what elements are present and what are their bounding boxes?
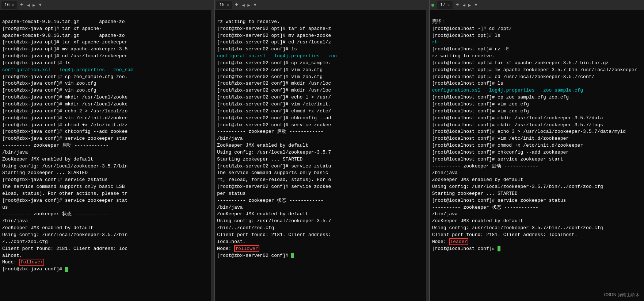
line-2-31: /bin/../conf/zoo.cfg: [217, 225, 274, 231]
tab-dropdown-1[interactable]: ▼: [38, 3, 43, 8]
line-1-5: [root@zbx-java opt]# mv apache-zookeeper…: [2, 46, 127, 52]
line-3-9: [root@localhost opt]# cd /usr/local/zook…: [432, 74, 595, 80]
line-1-14: [root@zbx-java conf]# echo 2 > /usr/loca…: [2, 108, 127, 114]
tab-15[interactable]: 15 ✕: [216, 1, 232, 9]
line-3-29: /bin/java: [432, 211, 458, 217]
cursor-1: [65, 267, 68, 272]
line-2-15: [root@zbx-server02 conf]# chkconfig --ad: [217, 115, 331, 121]
line-2-27: ---------- zookeeper 状态 ------------: [217, 198, 323, 203]
line-1-37: [root@zbx-java conf]#: [2, 266, 68, 272]
line-3-30: ZooKeeper JMX enabled by default: [432, 218, 523, 224]
line-3-25: Using config: /usr/local/zookeeper-3.5.7…: [432, 184, 603, 189]
line-2-12: [root@zbx-server02 conf]# echo 1 > /usr/: [217, 94, 331, 100]
line-2-18: /bin/java: [217, 136, 243, 141]
line-1-27: [root@zbx-java conf]# service zookeeper …: [2, 198, 127, 203]
line-2-11: [root@zbx-server02 conf]# mkdir /usr/loc: [217, 88, 331, 93]
line-3-17: [root@localhost conf]# echo 3 > /usr/loc…: [432, 129, 626, 134]
line-3-5: [root@localhost opt]# rz -E: [432, 46, 509, 52]
line-3-22: ---------- zookeeper 启动 ------------: [432, 163, 538, 169]
line-2-21: Starting zookeeper ... STARTED: [217, 157, 302, 162]
cursor-3: [498, 246, 500, 251]
line-1-3: apache-tomcat-9.0.16.tar.gz apache-zo: [2, 33, 125, 38]
line-2-35: [root@zbx-server02 conf]#: [217, 253, 294, 258]
tab-nav-left-2[interactable]: ◀: [241, 3, 245, 8]
line-2-4: [root@zbx-server02 opt]# cd /usr/local/z: [217, 39, 331, 45]
line-3-19: [root@localhost conf]# chmod +x /etc/ini…: [432, 143, 583, 148]
line-3-16: [root@localhost conf]# mkdir /usr/local/…: [432, 122, 603, 128]
panel-1-scroll-area: apache-tomcat-9.0.16.tar.gz apache-zo [r…: [0, 10, 214, 301]
line-1-23: Starting zookeeper ... STARTED: [2, 170, 88, 175]
line-3-15: [root@localhost conf]# mkdir /usr/local/…: [432, 115, 603, 121]
line-1-11: [root@zbx-java conf]# vim zoo.cfg: [2, 88, 96, 93]
tab-nav-left-3[interactable]: ◀: [462, 3, 466, 8]
line-3-2: [root@localhost ~]# cd /opt/: [432, 26, 512, 31]
line-3-1: 完毕！: [432, 19, 446, 24]
line-2-6: configuration.xsl log4j.properties zoo: [217, 53, 337, 59]
line-3-14: [root@localhost conf]# vim zoo.cfg: [432, 108, 529, 114]
line-1-32: Using config: /usr/local/zookeeper-3.5.7…: [2, 232, 127, 238]
tab-16[interactable]: 16 ✕: [1, 1, 17, 9]
line-2-17: ---------- zookeeper 启动 ------------: [217, 129, 323, 134]
tab-15-close[interactable]: ✕: [227, 3, 229, 7]
line-1-12: [root@zbx-java conf]# mkdir /usr/local/z…: [2, 94, 127, 100]
line-1-22: Using config: /usr/local/zookeeper-3.5.7…: [2, 163, 127, 169]
tab-dropdown-2[interactable]: ▼: [252, 3, 258, 8]
watermark: CSDN @南山桥木: [604, 292, 640, 298]
tab-add-2[interactable]: +: [233, 2, 240, 8]
mode-follower-2: follower: [234, 245, 259, 252]
panel-2-tab-bar: 15 ✕ + ◀ ▶ ▼: [215, 0, 429, 10]
line-3-4: rh: [432, 39, 438, 45]
panel-1-tab-bar: 16 ✕ + ◀ ▶ ▼: [0, 0, 214, 10]
tab-add-3[interactable]: +: [454, 2, 461, 8]
line-1-31: ZooKeeper JMX enabled by default: [2, 225, 94, 231]
line-1-28: us: [2, 205, 8, 210]
terminal-panel-2: 15 ✕ + ◀ ▶ ▼ rz waiting to receive. [roo…: [215, 0, 430, 301]
line-1-1: apache-tomcat-9.0.16.tar.gz apache-zo: [2, 19, 125, 24]
line-1-25: The service command supports only basic …: [2, 184, 125, 189]
line-1-17: [root@zbx-java conf]# chkconfig --add zo…: [2, 129, 127, 134]
line-3-8: [root@localhost opt]# mv apache-zookeepe…: [432, 67, 640, 73]
tab-nav-right-2[interactable]: ▶: [247, 3, 251, 8]
line-1-10: [root@zbx-java conf]# vim zoo.cfg: [2, 81, 96, 86]
line-2-30: Using config: /usr/local/zookeeper-3.5.7: [217, 218, 331, 224]
terminal-2-content[interactable]: rz waiting to receive. [root@zbx-server0…: [215, 10, 426, 301]
line-2-14: [root@zbx-server02 conf]# chmod +x /etc/: [217, 108, 331, 114]
line-3-27: [root@localhost conf]# service zookeeper…: [432, 198, 566, 203]
line-1-21: ZooKeeper JMX enabled by default: [2, 157, 94, 162]
tab-17[interactable]: 17 ✕: [437, 1, 453, 9]
dot-green-3: [431, 4, 434, 7]
panel-3-scroll-area: 完毕！ [root@localhost ~]# cd /opt/ [root@l…: [430, 10, 644, 301]
line-2-20: Using config: /usr/local/zookeeper-3.5.7: [217, 150, 331, 155]
line-2-3: [root@zbx-server02 opt]# mv apache-zooke: [217, 33, 331, 38]
line-1-30: /bin/java: [2, 218, 28, 224]
scrollbar-1[interactable]: [211, 10, 214, 301]
line-2-8: [root@zbx-server02 conf]# vim zoo.cfg: [217, 67, 323, 73]
line-1-20: /bin/java: [2, 150, 28, 155]
line-2-7: [root@zbx-server02 conf]# cp zoo_sample.: [217, 60, 331, 66]
tab-16-close[interactable]: ✕: [12, 3, 14, 7]
line-1-4: [root@zbx-java opt]# tar xf apache-zooke…: [2, 39, 127, 45]
line-2-32: Client port found: 2181. Client address:: [217, 232, 331, 238]
line-1-29: ---------- zookeeper 状态 ------------: [2, 211, 108, 217]
tab-nav-right-3[interactable]: ▶: [468, 3, 472, 8]
tab-add-1[interactable]: +: [18, 2, 25, 8]
panel-3-tab-bar: 17 ✕ + ◀ ▶ ▼: [430, 0, 644, 10]
terminal-3-content[interactable]: 完毕！ [root@localhost ~]# cd /opt/ [root@l…: [430, 10, 644, 301]
tab-dropdown-3[interactable]: ▼: [473, 3, 479, 8]
line-2-2: [root@zbx-server02 opt]# tar xf apache-z: [217, 26, 331, 31]
line-1-16: [root@zbx-java conf]# chmod +x /etc/init…: [2, 122, 127, 128]
line-3-7: [root@localhost opt]# tar xf apache-zook…: [432, 60, 609, 66]
terminal-1-content[interactable]: apache-tomcat-9.0.16.tar.gz apache-zo [r…: [0, 10, 211, 301]
tab-nav-right-1[interactable]: ▶: [32, 3, 36, 8]
line-3-3: [root@localhost opt]# ls: [432, 33, 500, 38]
scrollbar-2[interactable]: [426, 10, 429, 301]
line-1-35: alhost.: [2, 253, 22, 258]
line-1-15: [root@zbx-java conf]# vim /etc/init.d/zo…: [2, 115, 127, 121]
line-1-36: Mode: follower: [2, 259, 44, 266]
line-2-1: rz waiting to receive.: [217, 19, 280, 24]
line-3-10: [root@localhost conf]# ls: [432, 81, 503, 86]
tab-nav-left-1[interactable]: ◀: [26, 3, 30, 8]
line-2-25: [root@zbx-server02 conf]# service zookee: [217, 184, 331, 189]
tab-17-close[interactable]: ✕: [447, 3, 450, 7]
line-2-10: [root@zbx-server02 conf]# mkdir /usr/loc: [217, 81, 331, 86]
